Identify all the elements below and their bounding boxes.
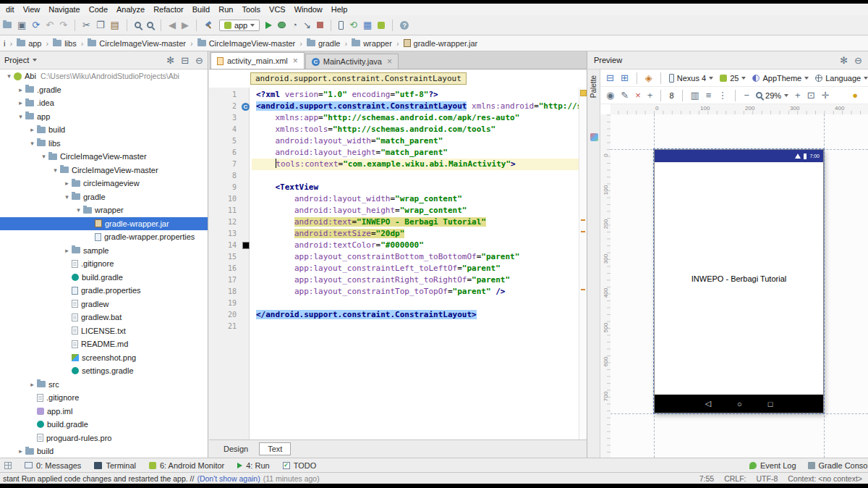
device-preview[interactable]: 7:00 INWEPO - Berbagi Tutorial ◁○□ xyxy=(654,149,824,413)
toolwindow-todo[interactable]: TODO xyxy=(283,461,317,470)
status-time[interactable]: 7:55 xyxy=(699,474,714,483)
tree-item[interactable]: ▸.gradle xyxy=(0,83,208,97)
back-icon[interactable]: ◀ xyxy=(169,20,176,30)
menu-dit[interactable]: dit xyxy=(1,5,19,14)
close-tab-icon[interactable]: × xyxy=(293,56,298,66)
menu-tools[interactable]: Tools xyxy=(237,5,265,14)
avd-manager-icon[interactable] xyxy=(339,21,344,30)
tree-item[interactable]: .gitignore xyxy=(0,257,208,271)
menu-refactor[interactable]: Refactor xyxy=(149,5,188,14)
clear-constraints-icon[interactable]: × xyxy=(635,91,641,100)
tree-item[interactable]: ▾gradle xyxy=(0,190,208,204)
zoom-in-icon[interactable]: + xyxy=(795,91,801,100)
breadcrumb-item[interactable]: CircleImageView-master xyxy=(86,39,187,48)
open-icon[interactable] xyxy=(3,22,12,28)
collapse-all-icon[interactable]: ⊟ xyxy=(181,56,189,65)
toolwindow-gradle-console[interactable]: Gradle Console xyxy=(808,461,868,470)
find-icon[interactable] xyxy=(135,22,141,28)
palette-tab[interactable]: Palette xyxy=(590,75,597,98)
tree-item[interactable]: ▸src xyxy=(0,378,208,392)
tree-item[interactable]: build.gradle xyxy=(0,418,208,432)
settings-gear-icon[interactable]: ✻ xyxy=(166,56,174,65)
tree-item[interactable]: ▾libs xyxy=(0,137,208,151)
editor-mode-tab-design[interactable]: Design xyxy=(215,442,257,455)
tree-item[interactable]: gradlew xyxy=(0,298,208,311)
expand-arrow-icon[interactable]: ▾ xyxy=(27,140,37,147)
toolwindow-event-log[interactable]: Event Log xyxy=(749,461,796,470)
zoom-to-fit-icon[interactable]: ⊡ xyxy=(807,91,815,100)
stop-icon[interactable] xyxy=(317,22,323,28)
toolwindow-anchor-icon[interactable] xyxy=(4,462,12,469)
stripe-mark[interactable] xyxy=(581,219,585,221)
recents-nav-icon[interactable]: □ xyxy=(768,400,773,408)
design-mode-icon[interactable]: ⊟ xyxy=(606,73,614,83)
menu-build[interactable]: Build xyxy=(188,5,214,14)
tree-item[interactable]: README.md xyxy=(0,337,208,351)
cut-icon[interactable]: ✂ xyxy=(82,20,90,30)
tree-item[interactable]: ▾CircleImageView-master xyxy=(0,164,208,177)
autoconnect-icon[interactable]: ✎ xyxy=(621,91,629,100)
code-editor[interactable]: 1<?xml version="1.0" encoding="utf-8"?>2… xyxy=(209,88,587,439)
show-options-icon[interactable]: ◉ xyxy=(606,91,614,100)
preview-settings-gear-icon[interactable]: ✻ xyxy=(840,56,848,65)
tree-item[interactable]: ▸sample xyxy=(0,244,208,258)
forward-icon[interactable]: ▶ xyxy=(182,20,189,30)
tree-item[interactable]: proguard-rules.pro xyxy=(0,432,208,445)
save-all-icon[interactable]: ▣ xyxy=(17,20,26,30)
debug-button[interactable] xyxy=(278,22,286,28)
breadcrumb-item[interactable]: gradle xyxy=(305,39,342,48)
api-version-select[interactable]: 25 xyxy=(720,74,746,83)
preview-canvas[interactable]: 7:00 INWEPO - Berbagi Tutorial ◁○□ xyxy=(610,114,868,458)
run-button[interactable] xyxy=(265,22,272,29)
help-icon[interactable] xyxy=(400,21,409,30)
profile-icon[interactable]: ◔ xyxy=(292,20,297,30)
synchronize-icon[interactable]: ⟳ xyxy=(32,20,40,30)
tree-item[interactable]: ▸build xyxy=(0,445,208,458)
android-monitor-icon[interactable] xyxy=(378,22,385,29)
expand-arrow-icon[interactable]: ▾ xyxy=(51,167,60,174)
inspection-status-icon[interactable] xyxy=(580,90,587,96)
home-nav-icon[interactable]: ○ xyxy=(737,400,742,408)
tree-item[interactable]: .gitignore xyxy=(0,391,208,405)
theme-select[interactable]: AppTheme xyxy=(752,74,809,83)
run-config-select[interactable]: app xyxy=(219,20,260,31)
error-stripe-scrollbar[interactable] xyxy=(579,88,587,439)
breadcrumb-item[interactable]: app xyxy=(15,39,43,48)
back-nav-icon[interactable]: ◁ xyxy=(705,399,711,408)
expand-arrow-icon[interactable]: ▸ xyxy=(62,180,72,187)
paste-icon[interactable]: ▤ xyxy=(111,20,119,30)
tree-item[interactable]: ▸build xyxy=(0,123,208,137)
editor-mode-tab-text[interactable]: Text xyxy=(259,442,291,455)
replace-icon[interactable] xyxy=(147,22,153,28)
zoom-select[interactable]: 29% xyxy=(756,91,788,100)
gradle-sync-icon[interactable]: ⟲ xyxy=(349,20,357,30)
zoom-out-icon[interactable]: − xyxy=(744,91,749,100)
device-select[interactable]: Nexus 4 xyxy=(669,74,713,83)
breadcrumb-item[interactable]: gradle-wrapper.jar xyxy=(402,39,480,48)
undo-icon[interactable]: ↶ xyxy=(46,20,54,30)
copy-icon[interactable]: ❐ xyxy=(96,20,105,30)
menu-run[interactable]: Run xyxy=(214,5,237,14)
expand-arrow-icon[interactable]: ▾ xyxy=(16,113,25,120)
tree-item[interactable]: ▾CircleImageView-master xyxy=(0,150,208,164)
tree-item[interactable]: ▾wrapper xyxy=(0,203,208,217)
menu-navigate[interactable]: Navigate xyxy=(44,5,84,14)
toolwindow-messages[interactable]: 0: Messages xyxy=(25,461,81,470)
make-project-icon[interactable] xyxy=(204,20,213,30)
menu-view[interactable]: View xyxy=(19,5,45,14)
dont-show-again-link[interactable]: (Don't show again) xyxy=(197,474,260,483)
breadcrumb-item[interactable]: wrapper xyxy=(350,39,393,48)
breadcrumb-item[interactable]: i xyxy=(2,39,7,48)
expand-arrow-icon[interactable]: ▾ xyxy=(62,193,72,201)
breadcrumb-item[interactable]: libs xyxy=(51,39,78,48)
pack-icon[interactable]: ▥ xyxy=(691,91,699,100)
tree-item[interactable]: gradle-wrapper.jar xyxy=(0,217,208,231)
redo-icon[interactable]: ↷ xyxy=(59,20,67,30)
editor-tab[interactable]: MainActivity.java× xyxy=(305,54,399,69)
expand-arrow-icon[interactable]: ▸ xyxy=(16,99,25,106)
expand-arrow-icon[interactable]: ▾ xyxy=(4,72,14,80)
toolwindow-terminal[interactable]: Terminal xyxy=(94,461,136,470)
align-icon[interactable]: ≡ xyxy=(706,91,712,100)
tree-item[interactable]: ▸.idea xyxy=(0,96,208,110)
hide-panel-icon[interactable]: ⊖ xyxy=(195,56,203,65)
